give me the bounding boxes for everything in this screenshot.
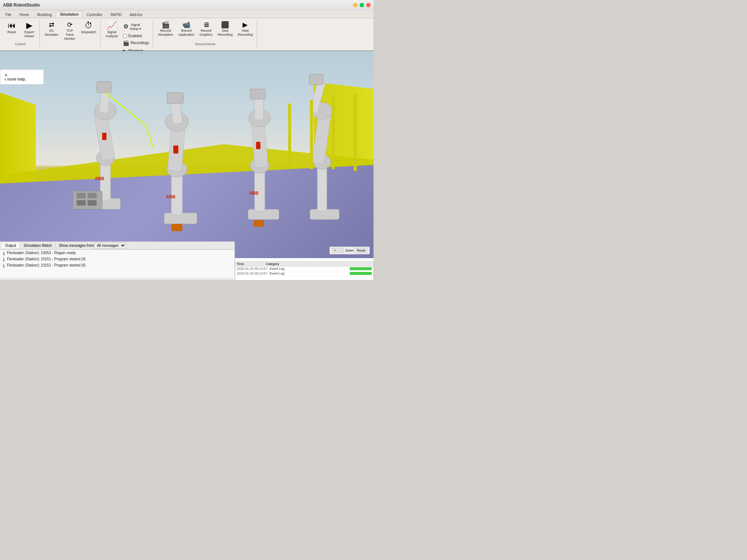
record-graphics-icon: 🖥 xyxy=(203,22,209,28)
svg-rect-42 xyxy=(88,200,97,206)
enabled-label: Enabled xyxy=(128,34,142,38)
tab-controller[interactable]: Controller xyxy=(83,11,107,18)
ribbon-group-monitor: ⇄ I/OSimulator ⟳ TCPTraceMonitor ⏱ Stopw… xyxy=(40,20,101,47)
recordings-label: Recordings xyxy=(131,41,149,45)
event-time-2: 2025-01-29 09:13:57 xyxy=(237,272,270,275)
msg-text-1: Flexloader (Station): 10151 - Program st… xyxy=(7,257,85,261)
svg-rect-27 xyxy=(250,89,266,99)
event-log-panel: Time Category 2025-01-29 09:13:57 Event … xyxy=(235,261,374,280)
msg-row-0: ℹ Flexloader (Station): 10053 - Regain r… xyxy=(3,250,232,257)
maximize-btn[interactable] xyxy=(360,3,364,7)
tab-simulation[interactable]: Simulation xyxy=(56,11,82,18)
event-time-header: Time xyxy=(237,262,244,266)
ribbon: ⏮ Reset ▶ ExportViewer Control ⇄ I/OSimu… xyxy=(0,18,374,51)
record-simulation-button[interactable]: 🎬 RecordSimulation xyxy=(156,20,175,42)
msg-row-1: ℹ Flexloader (Station): 10151 - Program … xyxy=(3,257,232,263)
stopwatch-button[interactable]: ⏱ Stopwatch xyxy=(79,20,98,42)
signal-analyzer-button[interactable]: 📈 SignalAnalyzer xyxy=(104,20,120,42)
record-simulation-icon: 🎬 xyxy=(162,22,170,28)
stop-recording-button[interactable]: ⬛ StopRecording xyxy=(216,20,235,42)
svg-rect-40 xyxy=(88,193,97,198)
tab-modeling[interactable]: Modeling xyxy=(33,11,56,18)
viewport[interactable]: ABB ABB xyxy=(0,51,374,258)
tab-rapid[interactable]: RAPID xyxy=(107,11,126,18)
io-simulator-label: I/OSimulator xyxy=(44,29,58,37)
svg-text:ABB: ABB xyxy=(166,194,175,199)
zoom-in-btn[interactable]: + xyxy=(332,248,337,253)
svg-rect-44 xyxy=(310,100,313,169)
view-recording-icon: ▶ xyxy=(243,22,248,28)
tab-simulation-watch[interactable]: Simulation Watch xyxy=(20,243,56,248)
minimize-btn[interactable] xyxy=(353,3,357,7)
signal-setup-button[interactable]: ⚙ SignalSetup ▾ xyxy=(121,22,151,32)
record-application-button[interactable]: 📹 RecordApplication xyxy=(177,20,196,42)
svg-rect-45 xyxy=(332,96,335,169)
svg-rect-6 xyxy=(97,82,111,93)
event-cat-2: Event Log xyxy=(270,272,350,275)
reset-view-btn[interactable]: Reset xyxy=(355,248,367,253)
info-icon-0: ℹ xyxy=(3,251,5,256)
event-time-1: 2025-01-29 09:13:57 xyxy=(237,267,270,271)
svg-text:ABB: ABB xyxy=(95,176,104,181)
svg-rect-39 xyxy=(77,193,86,198)
enabled-checkbox[interactable] xyxy=(123,34,127,38)
svg-text:ABB: ABB xyxy=(249,191,259,196)
close-btn[interactable] xyxy=(366,3,371,7)
tcp-label: TCPTraceMonitor xyxy=(64,29,75,40)
stopwatch-label: Stopwatch xyxy=(81,30,96,34)
record-graphics-label: RecordGraphics xyxy=(200,29,213,37)
stop-recording-label: StopRecording xyxy=(218,29,233,37)
zoom-label: Zoom xyxy=(345,249,353,252)
svg-line-10 xyxy=(146,125,153,147)
record-graphics-button[interactable]: 🖥 RecordGraphics xyxy=(198,20,214,42)
tab-addins[interactable]: Add-Ins xyxy=(125,11,146,18)
svg-rect-41 xyxy=(77,200,86,206)
recordings-button[interactable]: 🎬 Recordings xyxy=(121,39,151,47)
robot-arm-1: ABB xyxy=(91,82,153,209)
app-title: ABB RobotStudio xyxy=(3,3,351,8)
main-area: ABB ABB xyxy=(0,51,374,280)
stop-recording-icon: ⬛ xyxy=(221,22,229,28)
ribbon-group-signal: 📈 SignalAnalyzer ⚙ SignalSetup ▾ Enabled xyxy=(101,20,153,47)
event-category-header: Category xyxy=(266,262,279,266)
io-simulator-icon: ⇄ xyxy=(49,22,54,28)
message-filter-select[interactable]: All messages Errors only Warnings xyxy=(94,242,126,249)
record-simulation-label: RecordSimulation xyxy=(158,29,173,37)
event-bar-1 xyxy=(350,267,372,270)
event-row-1: 2025-01-29 09:13:57 Event Log xyxy=(235,267,373,271)
export-viewer-button[interactable]: ▶ ExportViewer xyxy=(21,20,37,42)
record-application-label: RecordApplication xyxy=(178,29,194,37)
reset-label: Reset xyxy=(7,30,16,34)
gear-icon: ⚙ xyxy=(123,24,128,30)
help-line2: r more help. xyxy=(5,77,39,81)
view-recording-button[interactable]: ▶ ViewRecording xyxy=(236,20,255,42)
robot-arm-2: ABB xyxy=(164,93,197,231)
tab-output[interactable]: Output xyxy=(1,243,20,248)
tcp-trace-button[interactable]: ⟳ TCPTraceMonitor xyxy=(62,20,78,42)
enabled-check-row[interactable]: Enabled xyxy=(121,33,151,39)
record-group-label: Record Movie xyxy=(195,42,216,47)
zoom-out-btn[interactable]: - xyxy=(339,248,344,253)
filter-label: Show messages from xyxy=(59,244,94,248)
play-icon[interactable]: ▶ xyxy=(142,280,144,280)
svg-rect-46 xyxy=(354,94,357,171)
tab-file[interactable]: File xyxy=(1,11,15,18)
svg-rect-37 xyxy=(309,74,323,85)
signal-analyzer-icon: 📈 xyxy=(107,22,117,30)
svg-rect-17 xyxy=(167,93,183,104)
svg-rect-19 xyxy=(173,145,178,153)
io-simulator-button[interactable]: ⇄ I/OSimulator xyxy=(43,20,60,42)
robot-scene-svg: ABB ABB xyxy=(0,51,374,258)
event-row-2: 2025-01-29 09:13:57 Event Log xyxy=(235,271,373,276)
ribbon-tabs: File Home Modeling Simulation Controller… xyxy=(0,10,374,18)
export-icon: ▶ xyxy=(26,22,32,30)
info-icon-1: ℹ xyxy=(3,257,5,262)
event-bar-2 xyxy=(350,272,372,275)
reset-button[interactable]: ⏮ Reset xyxy=(4,20,20,42)
tab-home[interactable]: Home xyxy=(15,11,33,18)
stopwatch-icon: ⏱ xyxy=(85,22,93,30)
time-display: 2043 to 4: ▶ xyxy=(147,280,166,280)
record-application-icon: 📹 xyxy=(182,22,190,28)
floor-parts xyxy=(73,191,102,209)
msg-text-2: Flexloader (Station): 10151 - Program st… xyxy=(7,263,85,267)
